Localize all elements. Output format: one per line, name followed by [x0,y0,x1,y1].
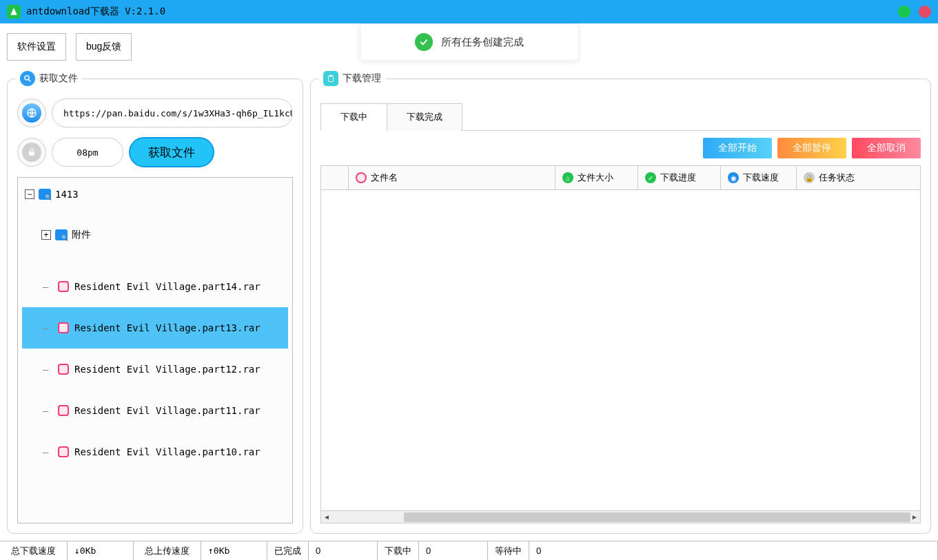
app-icon [7,5,21,19]
tree-root-label: 1413 [55,189,79,200]
globe-icon [22,103,41,123]
file-icon [58,364,69,375]
sb-ul-label: 总上传速度 [134,541,201,560]
fetch-panel-title: 获取文件 [16,71,82,86]
sb-done-label: 已完成 [267,541,309,560]
svg-point-0 [25,76,29,80]
globe-icon: ◉ [728,172,739,183]
settings-button[interactable]: 软件设置 [7,33,66,61]
status-bar: 总下载速度 ↓0Kb 总上传速度 ↑0Kb 已完成 0 下载中 0 等待中 0 [0,541,938,560]
close-button[interactable] [919,6,931,18]
scroll-left-icon[interactable]: ◄ [321,513,332,521]
tree-file[interactable]: —Resident Evil Village.part14.rar [22,266,288,307]
tree-file-label: Resident Evil Village.part11.rar [74,405,261,416]
scroll-right-icon[interactable]: ► [909,513,920,521]
col-status[interactable]: 任务状态 [819,172,855,184]
sb-wait-value: 0 [529,541,938,560]
minimize-button[interactable] [898,6,910,18]
file-tree[interactable]: − 1413 + 附件 —Resident Evil Village.part1… [17,177,293,523]
sb-done-value: 0 [309,541,378,560]
bug-report-button[interactable]: bug反馈 [76,33,132,61]
download-panel-label: 下载管理 [343,72,381,85]
table-header: 文件名 ⌂文件大小 ✓下载进度 ◉下载速度 🔒任务状态 [321,166,920,190]
tree-file[interactable]: —Resident Evil Village.part12.rar [22,349,288,390]
app-title: antdownload下载器 V:2.1.0 [26,6,165,18]
tree-folder[interactable]: + 附件 [22,225,288,245]
size-icon: ⌂ [562,172,573,183]
cancel-all-button[interactable]: 全部取消 [852,138,921,158]
check-icon: ✓ [645,172,656,183]
col-name[interactable]: 文件名 [371,172,398,184]
scrollbar-thumb[interactable] [404,512,910,522]
sb-dl-value: ↓0Kb [68,541,134,560]
col-speed[interactable]: 下载速度 [743,172,779,184]
file-icon [356,172,367,183]
table-body [321,190,920,510]
tabs: 下载中 下载完成 [320,103,921,131]
fetch-panel-label: 获取文件 [39,72,78,85]
pause-all-button[interactable]: 全部暂停 [777,138,846,158]
tree-file[interactable]: —Resident Evil Village.part11.rar [22,390,288,431]
file-icon [58,281,69,292]
fetch-button[interactable]: 获取文件 [129,137,214,167]
svg-line-1 [29,80,31,82]
svg-rect-3 [29,152,34,156]
tab-downloading[interactable]: 下载中 [320,103,387,131]
url-icon-button[interactable] [17,98,46,127]
fetch-panel: 获取文件 https://pan.baidu.com/s/1w3XHa3-qh6… [7,79,303,534]
folder-icon [55,229,68,240]
tree-file-label: Resident Evil Village.part13.rar [74,322,261,333]
check-icon [415,33,433,51]
toast-notification: 所有任务创建完成 [360,23,579,61]
search-icon [20,71,35,86]
sb-ul-value: ↑0Kb [201,541,267,560]
expand-icon[interactable]: + [41,230,51,240]
start-all-button[interactable]: 全部开始 [703,138,772,158]
toast-message: 所有任务创建完成 [441,36,524,49]
lock-icon [22,143,41,162]
download-table: 文件名 ⌂文件大小 ✓下载进度 ◉下载速度 🔒任务状态 ◄ ► [320,165,921,523]
col-size[interactable]: 文件大小 [578,172,613,184]
lock-icon: 🔒 [804,172,815,183]
download-panel: 下载管理 下载中 下载完成 全部开始 全部暂停 全部取消 文件名 ⌂文件大小 ✓… [310,79,931,534]
svg-rect-5 [330,75,332,76]
password-input[interactable]: 08pm [52,138,123,167]
tree-file[interactable]: —Resident Evil Village.part10.rar [22,431,288,473]
sb-dl-label: 总下载速度 [0,541,68,560]
collapse-icon[interactable]: − [25,189,34,199]
sb-active-value: 0 [419,541,488,560]
col-progress[interactable]: 下载进度 [660,172,696,184]
clipboard-icon [323,71,338,86]
tree-folder-label: 附件 [72,229,91,241]
folder-icon [39,189,51,200]
file-icon [58,446,69,457]
file-icon [58,405,69,416]
tree-file-label: Resident Evil Village.part14.rar [74,281,261,292]
tree-file-label: Resident Evil Village.part10.rar [74,446,261,457]
download-panel-title: 下载管理 [319,71,385,86]
sb-wait-label: 等待中 [488,541,529,560]
tree-root[interactable]: − 1413 [22,185,288,204]
tab-completed[interactable]: 下载完成 [387,103,462,131]
titlebar: antdownload下载器 V:2.1.0 [0,0,938,23]
tree-file[interactable]: —Resident Evil Village.part13.rar [22,307,288,349]
url-input[interactable]: https://pan.baidu.com/s/1w3XHa3-qh6p_IL1… [52,98,293,127]
horizontal-scrollbar[interactable]: ◄ ► [321,510,920,523]
password-icon-button[interactable] [17,138,46,167]
file-icon [58,322,69,333]
sb-active-label: 下载中 [378,541,419,560]
tree-file-label: Resident Evil Village.part12.rar [74,364,261,375]
